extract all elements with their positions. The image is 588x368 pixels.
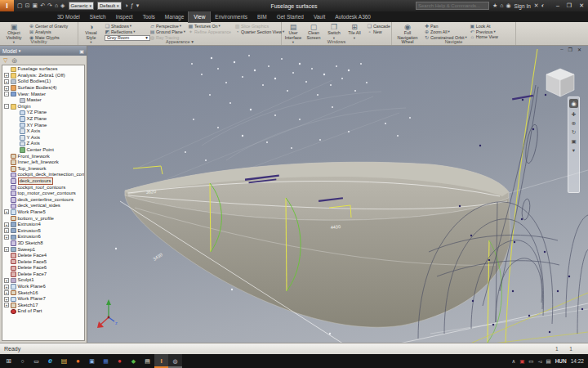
browser-tree-item[interactable]: Center Point	[2, 147, 84, 154]
browser-tree-item[interactable]: Top_linework	[2, 166, 84, 173]
expand-toggle[interactable]	[13, 117, 18, 122]
user-interface-button[interactable]: ▤User Interface▾	[283, 23, 303, 39]
textures-on-button[interactable]: ▦Textures On▾	[188, 23, 232, 29]
tray-volume-icon[interactable]: ◅	[537, 358, 541, 365]
adjust-icon[interactable]: ◑	[125, 0, 128, 11]
browser-tree-item[interactable]: X Axis	[2, 128, 84, 135]
tray-expand-icon[interactable]: ∧	[511, 358, 515, 365]
visual-style-button[interactable]: ◑ Visual Style ▾	[80, 23, 102, 39]
expand-toggle[interactable]	[4, 160, 9, 165]
expand-toggle[interactable]	[13, 98, 18, 103]
full-navigation-wheel-button[interactable]: ◉ Full Navigation Wheel ▾	[394, 23, 421, 39]
profile-icon[interactable]: ◉	[506, 0, 510, 11]
expand-toggle[interactable]	[4, 197, 9, 202]
browser-tree-item[interactable]: Y Axis	[2, 135, 84, 141]
orbit-icon[interactable]: ↻	[572, 129, 576, 135]
expand-toggle[interactable]: +	[4, 222, 9, 227]
render-icon[interactable]: ◈	[60, 0, 65, 11]
restore-button[interactable]: ❐	[567, 2, 572, 9]
help-icon[interactable]: ◐	[541, 0, 545, 11]
expand-toggle[interactable]: +	[4, 86, 9, 91]
ribbon-tab[interactable]: Manage	[160, 11, 189, 22]
browser-tree-item[interactable]: + Work Plane7	[2, 296, 84, 303]
expand-toggle[interactable]: +	[4, 247, 9, 252]
ribbon-tab[interactable]: Vault	[309, 11, 330, 22]
save-icon[interactable]: ▣	[33, 0, 38, 11]
task-view-icon[interactable]: ▭	[29, 354, 43, 368]
clean-screen-button[interactable]: ▢Clean Screen	[304, 23, 323, 39]
ribbon-tab[interactable]: BIM	[252, 11, 272, 22]
browser-tree-item[interactable]: deck_vertical_sides	[2, 203, 84, 209]
fuselage-hull-surface[interactable]	[125, 162, 510, 327]
expand-toggle[interactable]: +	[4, 297, 9, 302]
expand-toggle[interactable]	[4, 272, 9, 276]
redo-icon[interactable]: ↷	[47, 0, 52, 11]
home-small-icon[interactable]: ⌂	[500, 0, 503, 11]
zoom-icon[interactable]: ⊕	[572, 120, 576, 126]
expand-toggle[interactable]: +	[4, 303, 9, 307]
browser-tree-item[interactable]: End of Part	[2, 308, 84, 315]
expand-toggle[interactable]	[4, 166, 9, 171]
browser-tree-item[interactable]: + Sculpt1	[2, 277, 84, 284]
expand-toggle[interactable]: +	[4, 235, 9, 240]
quarter-section-view-button[interactable]: ◔Quarter Section View▾	[234, 29, 284, 34]
browser-tree-item[interactable]: deck_centerline_contours	[2, 196, 84, 203]
switch-button[interactable]: ❐Switch▾	[324, 23, 344, 39]
favorites-icon[interactable]: ★	[492, 0, 497, 11]
slice-graphics-button[interactable]: ▥Slice Graphics	[234, 23, 284, 29]
tray-notes-icon[interactable]: ▤	[546, 358, 550, 365]
new-window-button[interactable]: ▫New	[367, 29, 391, 34]
ribbon-tab[interactable]: Tools	[138, 11, 160, 22]
browser-tree-item[interactable]: + Sweep1	[2, 246, 84, 253]
expand-toggle[interactable]: +	[4, 285, 9, 289]
firefox-icon[interactable]: ●	[71, 354, 85, 368]
home-icon[interactable]: ⌂	[55, 0, 58, 11]
notes-icon[interactable]: ▤	[140, 354, 154, 368]
expand-toggle[interactable]	[4, 216, 9, 221]
expand-toggle[interactable]	[13, 123, 18, 128]
edge-icon[interactable]: e	[43, 354, 57, 368]
expand-toggle[interactable]: +	[4, 209, 9, 214]
browser-tree-item[interactable]: + Solid Bodies(1)	[2, 79, 84, 85]
center-of-gravity-button[interactable]: ⊕Center of Gravity	[29, 23, 69, 29]
close-button[interactable]: ✕	[579, 2, 584, 9]
analysis-button[interactable]: ⊠Analysis	[29, 29, 69, 34]
parameters-icon[interactable]: ƒ	[131, 0, 134, 11]
expand-toggle[interactable]	[4, 67, 9, 72]
inventor-app-button[interactable]: I	[0, 0, 14, 11]
browser-tree-item[interactable]: deck_contours	[2, 178, 84, 185]
browser-tree-item[interactable]: XZ Plane	[2, 116, 84, 123]
perspective-button[interactable]: ▱Perspective▾	[149, 23, 185, 29]
expand-toggle[interactable]: -	[4, 104, 9, 109]
doc-restore-button[interactable]: ❐	[568, 47, 572, 52]
expand-toggle[interactable]	[4, 204, 9, 209]
expand-toggle[interactable]: +	[4, 278, 9, 283]
app-green-icon[interactable]: ◆	[127, 354, 140, 368]
help-search-input[interactable]	[416, 2, 489, 10]
expand-toggle[interactable]	[13, 141, 18, 146]
browser-tree-item[interactable]: XY Plane	[2, 122, 84, 128]
new-file-icon[interactable]: ▢	[17, 0, 23, 11]
appearance-combo[interactable]: Default▾	[97, 2, 122, 10]
browser-tree-item[interactable]: cockpit_roof_contours	[2, 184, 84, 191]
expand-toggle[interactable]	[4, 185, 9, 190]
browser-tree-item[interactable]: + Extrusion4	[2, 222, 84, 228]
browser-tree-item[interactable]: Master	[2, 97, 84, 104]
browser-tree-item[interactable]: + Work Plane5	[2, 209, 84, 216]
expand-toggle[interactable]	[13, 110, 18, 115]
expand-toggle[interactable]	[4, 178, 9, 183]
look-at-button[interactable]: ▣Look At	[470, 23, 499, 29]
pan-button[interactable]: ✚Pan	[424, 23, 467, 29]
viewport-3d[interactable]: 3620 4430 3430	[87, 46, 588, 343]
expand-toggle[interactable]	[4, 173, 9, 177]
browser-tree-item[interactable]: + Work Plane6	[2, 284, 84, 290]
expand-toggle[interactable]: +	[4, 73, 9, 78]
browser-tree-item[interactable]: + Sketch16	[2, 289, 84, 296]
ribbon-tab[interactable]: View	[189, 11, 210, 22]
file-explorer-icon[interactable]: ▤	[57, 354, 71, 368]
browser-tree-item[interactable]: 3D Sketch8	[2, 240, 84, 247]
reflections-button[interactable]: ◩Reflections▾	[105, 29, 147, 34]
minimize-button[interactable]: –	[556, 2, 559, 9]
browser-tree-item[interactable]: Delete Face7	[2, 272, 84, 278]
qat-more-icon[interactable]: ▾	[136, 0, 140, 11]
